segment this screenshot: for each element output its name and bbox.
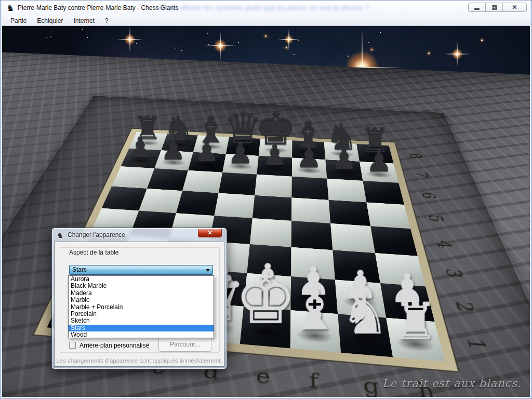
menu-bar: Partie Echiquier Internet ? <box>2 16 530 26</box>
appearance-dropdown-list: AuroraBlack MarbleMaderaMarbleMarble + P… <box>68 275 214 338</box>
dialog-title: Changer l'apparence <box>68 231 125 238</box>
window-controls: ✕ <box>468 3 527 12</box>
black-pawn-glyph: ♟ <box>262 141 288 169</box>
app-knight-icon: ♞ <box>6 4 16 13</box>
maximize-button[interactable] <box>486 3 503 11</box>
custom-background-label: Arrière-plan personnalisé <box>79 342 149 349</box>
dialog-status-text: Les changements d'apparence sont appliqu… <box>55 355 224 366</box>
black-pawn-glyph: ♟ <box>296 143 322 171</box>
groupbox-label: Aspect de la table <box>67 249 121 256</box>
white-bishop-glyph: ♝ <box>290 283 340 337</box>
dropdown-item-madera[interactable]: Madera <box>69 290 214 297</box>
black-pawn-glyph: ♟ <box>331 145 357 172</box>
piece-black-pawn-f7[interactable]: ♟♟ <box>291 157 327 178</box>
dropdown-item-aurora[interactable]: Aurora <box>69 276 214 283</box>
menu-help[interactable]: ? <box>100 16 114 25</box>
dropdown-item-black-marble[interactable]: Black Marble <box>69 283 214 289</box>
piece-black-pawn-d7[interactable]: ♟♟ <box>222 154 259 175</box>
dialog-close-icon: ✕ <box>207 230 212 236</box>
turn-indicator: Le trait est aux blancs. <box>382 377 522 390</box>
black-pawn-glyph: ♟ <box>366 147 392 175</box>
dropdown-item-sketch[interactable]: Sketch <box>69 317 214 324</box>
black-pawn-glyph: ♟ <box>228 140 254 167</box>
dialog-titlebar[interactable]: ♞ Changer l'apparence ✕ <box>52 228 227 242</box>
close-button[interactable]: ✕ <box>503 3 526 11</box>
minimize-button[interactable] <box>469 3 486 11</box>
dialog-knight-icon: ♞ <box>57 231 63 240</box>
game-viewport: abcdefgh12345678♜♜♞♞♝♝♛♛♚♚♝♝♞♞♜♜♟♟♟♟♟♟♟♟… <box>2 26 530 397</box>
dialog-close-button[interactable]: ✕ <box>198 229 222 237</box>
window-titlebar[interactable]: ♞ Pierre-Marie Baty contre Pierre-Marie … <box>2 1 530 16</box>
ghost-tooltip-text: ne pas afficher les symboles plutôt que … <box>158 4 480 11</box>
menu-echiquier[interactable]: Echiquier <box>32 16 68 25</box>
white-rook-glyph: ♜ <box>393 298 438 345</box>
appearance-dialog: ♞ Changer l'apparence ✕ Aspect de la tab… <box>51 228 227 369</box>
black-pawn-glyph: ♟ <box>127 134 153 161</box>
piece-black-pawn-e7[interactable]: ♟♟ <box>257 156 292 177</box>
menu-internet[interactable]: Internet <box>68 16 100 25</box>
menu-partie[interactable]: Partie <box>5 16 32 25</box>
white-knight-glyph: ♞ <box>340 289 389 341</box>
dropdown-item-marble[interactable]: Marble <box>69 297 214 303</box>
custom-background-checkbox[interactable] <box>69 342 76 349</box>
black-pawn-glyph: ♟ <box>194 138 219 165</box>
combobox-value: Stars <box>72 266 87 273</box>
white-king-glyph: ♚ <box>235 267 297 333</box>
window-title: Pierre-Marie Baty contre Pierre-Marie Ba… <box>18 4 178 11</box>
dropdown-item-stars[interactable]: Stars <box>69 325 214 331</box>
dropdown-item-porcelain[interactable]: Porcelain <box>69 311 214 317</box>
minimize-icon <box>474 8 480 10</box>
chevron-down-icon <box>206 269 210 272</box>
browse-button[interactable]: Parcourir... <box>158 338 211 352</box>
dropdown-item-marble-porcelain[interactable]: Marble + Porcelain <box>69 304 214 311</box>
dropdown-item-wood[interactable]: Wood <box>69 331 214 338</box>
dialog-body: Aspect de la table Stars AuroraBlack Mar… <box>54 242 224 367</box>
piece-black-pawn-b7[interactable]: ♟♟ <box>154 150 193 170</box>
app-window: ♞ Pierre-Marie Baty contre Pierre-Marie … <box>0 0 532 399</box>
restore-icon <box>492 5 497 10</box>
close-icon: ✕ <box>512 4 517 11</box>
black-pawn-glyph: ♟ <box>161 136 186 163</box>
table-aspect-combobox[interactable]: Stars <box>69 265 213 275</box>
